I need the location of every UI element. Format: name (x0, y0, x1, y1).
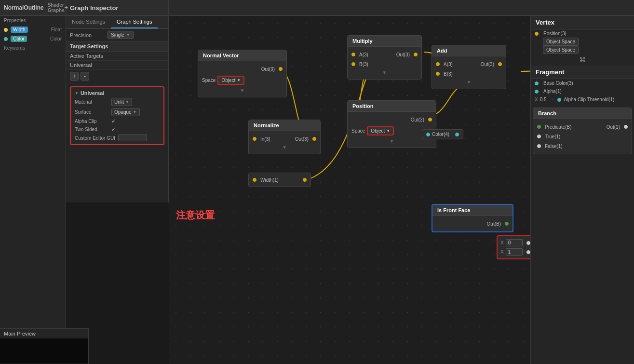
multiply-a-label: A(3) (359, 52, 368, 57)
branch-input-1-port[interactable] (526, 241, 530, 245)
add-b-row: B(3) (432, 69, 506, 79)
add-a-port[interactable] (436, 62, 440, 66)
branch-out-port[interactable] (624, 125, 628, 129)
color-badge[interactable]: Color (11, 36, 27, 42)
color-node: Color(4) (422, 129, 463, 139)
normal-vector-expand[interactable]: ▼ (198, 87, 286, 94)
fragment-alpha-clip-port[interactable] (557, 98, 561, 102)
active-targets-item: Active Targets (66, 52, 168, 61)
tab-node-settings[interactable]: Node Settings (66, 16, 111, 28)
add-out-port[interactable] (498, 62, 502, 66)
property-width: Width Float (0, 25, 66, 34)
multiply-title: Multiply (348, 36, 421, 47)
normalize-title: Normalize (249, 120, 320, 131)
position-out-port[interactable] (428, 118, 432, 121)
branch-true-port[interactable] (537, 135, 541, 138)
normalize-expand[interactable]: ▼ (249, 144, 320, 151)
add-b-label: B(3) (444, 71, 453, 77)
multiply-b-row: B(3) (348, 59, 421, 69)
add-b-port[interactable] (436, 72, 440, 76)
add-target-button[interactable]: + (70, 72, 79, 81)
position-space-label: Space (351, 128, 365, 134)
multiply-a-row: A(3) Out(3) (348, 50, 421, 59)
normalize-node: Normalize In(3) Out(3) ▼ (248, 120, 321, 154)
branch-predicate-label: Predicate(B) (545, 124, 572, 130)
material-label: Material (75, 99, 108, 105)
connector-icon: ⌘ (531, 54, 634, 66)
precision-dropdown[interactable]: Single ▼ (108, 31, 134, 39)
object-space-2-label: Object Space (543, 46, 579, 54)
normalize-in-port[interactable] (253, 137, 256, 141)
fragment-base-color-port[interactable] (535, 81, 539, 85)
is-front-face-out-label: Out(B) (487, 221, 501, 227)
width-out-port[interactable] (303, 178, 307, 182)
multiply-a-port[interactable] (351, 53, 355, 56)
normalize-out-port[interactable] (312, 137, 316, 141)
multiply-expand[interactable]: ▼ (348, 69, 421, 76)
width-dot (4, 28, 8, 32)
object-space-1-label: Object Space (543, 38, 579, 46)
inspector-tabs: Node Settings Graph Settings (66, 16, 168, 29)
object-space-1-row: Object Space → Normal(3) (531, 38, 634, 46)
color-node-label: Color(4) (432, 132, 449, 137)
tab-graph-settings[interactable]: Graph Settings (111, 16, 158, 28)
branch-predicate-row: Predicate(B) Out(1) (533, 122, 632, 132)
universal-item: Universal (66, 61, 168, 70)
alpha-clip-label: Alpha Clip (75, 119, 108, 124)
position-space-dropdown[interactable]: Object ▼ (367, 126, 394, 135)
branch-input-2-port[interactable] (526, 250, 530, 254)
branch-input-2[interactable] (506, 248, 523, 256)
keywords-label: Keywords (0, 43, 66, 53)
normal-vector-node: Normal Vector Out(3) Space Object ▼ ▼ (198, 50, 287, 97)
branch-true-label: True(1) (545, 134, 560, 139)
universal-arrow: ▼ (75, 91, 79, 95)
add-expand[interactable]: ▼ (432, 79, 506, 86)
color-node-port[interactable] (426, 133, 430, 136)
add-out-label: Out(3) (481, 62, 494, 67)
width-in-port[interactable] (253, 178, 256, 182)
annotation-text: 注意设置 (176, 209, 215, 222)
vertex-header: Vertex (531, 16, 634, 29)
branch-out-label: Out(1) (607, 124, 620, 130)
branch-predicate-port[interactable] (537, 125, 541, 129)
normal-vector-space-dropdown[interactable]: Object ▼ (217, 76, 244, 85)
space-label: Space (202, 78, 216, 83)
position-space-value: Object (371, 128, 385, 134)
vertex-fragment-panel: Vertex Position(3) Object Space → Normal… (530, 16, 634, 364)
remove-target-button[interactable]: - (81, 72, 89, 81)
material-dropdown[interactable]: Unlit ▼ (111, 98, 132, 106)
fragment-alpha-port[interactable] (535, 90, 539, 94)
custom-editor-input[interactable] (118, 135, 147, 141)
two-sided-check: ✓ (111, 126, 116, 133)
normalize-in-label: In(3) (260, 136, 270, 142)
is-front-face-title: Is Front Face (432, 205, 513, 216)
universal-settings-box: ▼ Universal Material Unlit ▼ Surface Opa… (70, 86, 164, 145)
universal-box-title: ▼ Universal (73, 89, 162, 97)
branch-false-row: False(1) (533, 141, 632, 151)
precision-value: Single (111, 32, 124, 38)
position-out-label: Out(3) (411, 117, 424, 122)
multiply-out-port[interactable] (414, 53, 418, 56)
branch-input-1[interactable] (506, 239, 523, 246)
vertex-position-label: Position(3) (543, 31, 567, 36)
color-node-out-port[interactable] (455, 133, 459, 136)
multiply-b-port[interactable] (351, 62, 355, 66)
precision-row: Precision Single ▼ (66, 29, 168, 41)
top-bar (169, 0, 634, 16)
surface-row: Surface Opaque ▼ (73, 107, 162, 117)
color-dot (4, 37, 8, 41)
custom-editor-label: Custom Editor GUI (75, 135, 115, 141)
branch-false-port[interactable] (537, 144, 541, 148)
surface-dropdown[interactable]: Opaque ▼ (111, 108, 140, 116)
add-shader-button[interactable]: + (65, 4, 68, 11)
shader-graphs-label: Shader Graphs (48, 2, 65, 13)
color-type: Color (50, 36, 62, 41)
position-space-arrow: ▼ (386, 129, 390, 133)
normal-vector-out-port[interactable] (279, 67, 283, 71)
width-label: Width(1) (260, 177, 279, 183)
width-badge[interactable]: Width (11, 27, 28, 33)
vertex-position-port[interactable] (535, 32, 539, 36)
is-front-face-out-port[interactable] (505, 222, 509, 226)
position-title: Position (348, 101, 436, 112)
inspector-title: Graph Inspector (66, 0, 168, 16)
